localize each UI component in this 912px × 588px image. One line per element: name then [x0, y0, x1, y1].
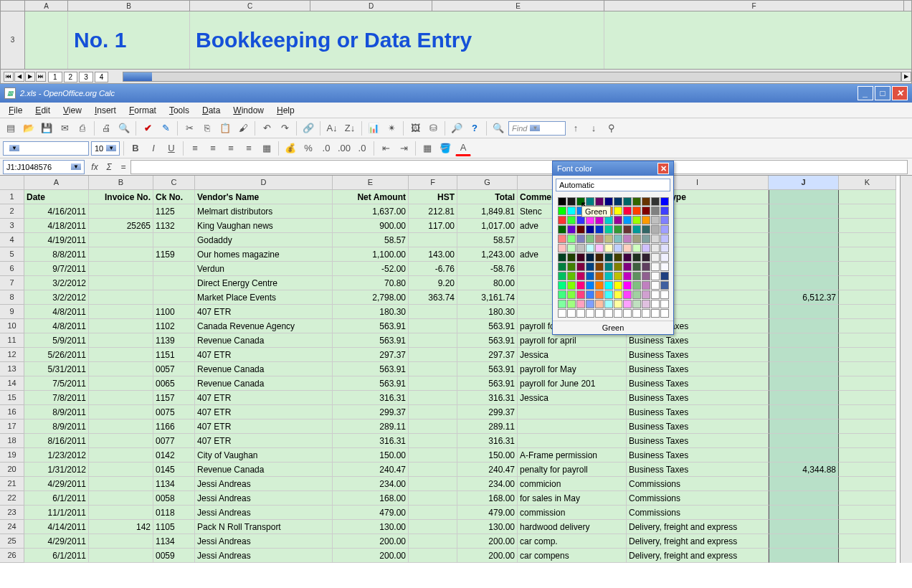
cell[interactable]: 1/31/2012: [24, 463, 89, 477]
cell[interactable]: [518, 405, 627, 419]
cell[interactable]: [769, 276, 839, 290]
color-swatch[interactable]: [576, 197, 585, 206]
color-swatch[interactable]: [660, 262, 669, 271]
color-swatch[interactable]: [595, 197, 604, 206]
color-swatch[interactable]: [651, 281, 660, 290]
menu-view[interactable]: View: [57, 104, 87, 117]
cell[interactable]: [839, 348, 896, 362]
cell[interactable]: [769, 262, 839, 276]
color-swatch[interactable]: [558, 207, 566, 215]
cell[interactable]: Business Taxes: [627, 333, 769, 348]
cell[interactable]: 5/31/2011: [24, 362, 89, 376]
cell[interactable]: 297.37: [457, 348, 518, 362]
cell[interactable]: 4/14/2011: [24, 520, 89, 534]
color-swatch[interactable]: [614, 300, 622, 308]
cell[interactable]: [89, 319, 153, 333]
cell[interactable]: [409, 348, 457, 362]
cell[interactable]: 1,100.00: [333, 247, 409, 262]
color-swatch[interactable]: [595, 207, 604, 215]
cell[interactable]: 4/29/2011: [24, 534, 89, 549]
cell[interactable]: 180.30: [333, 305, 409, 319]
color-swatch[interactable]: [614, 272, 622, 280]
menu-edit[interactable]: Edit: [29, 104, 56, 117]
cell[interactable]: 0118: [153, 506, 195, 520]
color-swatch[interactable]: [660, 197, 669, 206]
cell[interactable]: for sales in May: [518, 491, 627, 506]
color-swatch[interactable]: [642, 225, 650, 234]
bold-icon[interactable]: B: [128, 141, 143, 156]
color-swatch[interactable]: [632, 244, 641, 252]
cell[interactable]: [89, 305, 153, 319]
color-swatch[interactable]: [623, 216, 632, 224]
color-swatch[interactable]: [660, 290, 669, 299]
find-next-icon[interactable]: ↓: [586, 120, 602, 136]
header-cell[interactable]: Date: [24, 190, 89, 204]
preview-icon[interactable]: 🔍: [116, 120, 132, 136]
cell[interactable]: [89, 247, 153, 262]
cell[interactable]: [89, 290, 153, 305]
cell[interactable]: [839, 405, 896, 419]
cell[interactable]: 316.31: [457, 434, 518, 448]
cell[interactable]: 1125: [153, 204, 195, 219]
cell[interactable]: 563.91: [333, 376, 409, 391]
color-swatch[interactable]: [614, 281, 622, 290]
color-swatch[interactable]: [660, 225, 669, 234]
cell[interactable]: 407 ETR: [195, 419, 333, 434]
color-swatch[interactable]: [558, 262, 566, 271]
color-swatch[interactable]: [660, 216, 669, 224]
find-combo[interactable]: Find▼: [508, 121, 566, 136]
cell[interactable]: 407 ETR: [195, 348, 333, 362]
cell[interactable]: Revenue Canada: [195, 362, 333, 376]
cell[interactable]: [839, 534, 896, 549]
currency-icon[interactable]: 💰: [282, 141, 298, 156]
cell[interactable]: [769, 219, 839, 233]
header-cell[interactable]: HST: [409, 190, 457, 204]
color-swatch[interactable]: [632, 262, 641, 271]
color-swatch[interactable]: [586, 309, 594, 318]
col-header-d[interactable]: D: [195, 176, 333, 190]
color-swatch[interactable]: [586, 197, 594, 206]
color-swatch[interactable]: [623, 262, 632, 271]
cell[interactable]: 168.00: [333, 491, 409, 506]
top-cell-f3[interactable]: [604, 11, 904, 69]
color-swatch[interactable]: [576, 262, 585, 271]
percent-icon[interactable]: %: [300, 141, 316, 156]
color-swatch[interactable]: [586, 225, 594, 234]
cell[interactable]: 407 ETR: [195, 405, 333, 419]
cell[interactable]: 200.00: [457, 534, 518, 549]
italic-icon[interactable]: I: [146, 141, 161, 156]
color-swatch[interactable]: [567, 262, 576, 271]
row-header-8[interactable]: 8: [0, 290, 24, 305]
cell[interactable]: 240.47: [333, 463, 409, 477]
cell[interactable]: [839, 333, 896, 348]
color-swatch[interactable]: [604, 234, 613, 243]
cell[interactable]: 3/2/2012: [24, 276, 89, 290]
color-swatch[interactable]: [558, 216, 566, 224]
fontcolor-icon[interactable]: A: [455, 141, 471, 156]
color-swatch[interactable]: [642, 262, 650, 271]
color-swatch[interactable]: [614, 244, 622, 252]
color-swatch[interactable]: [567, 234, 576, 243]
cell[interactable]: [409, 491, 457, 506]
cell[interactable]: [769, 477, 839, 491]
underline-icon[interactable]: U: [163, 141, 179, 156]
color-swatch[interactable]: [576, 234, 585, 243]
fontsize-combo[interactable]: 10▼: [91, 141, 120, 156]
cell[interactable]: 563.91: [457, 362, 518, 376]
color-swatch[interactable]: [632, 300, 641, 308]
cell[interactable]: 0059: [153, 549, 195, 563]
cell[interactable]: Jessica: [518, 348, 627, 362]
color-swatch[interactable]: [642, 281, 650, 290]
cell[interactable]: car compens: [518, 549, 627, 563]
cell[interactable]: [153, 290, 195, 305]
row-header-22[interactable]: 22: [0, 491, 24, 506]
color-swatch[interactable]: [586, 272, 594, 280]
color-swatch[interactable]: [567, 309, 576, 318]
cell[interactable]: 3/2/2012: [24, 290, 89, 305]
cell[interactable]: 1,849.81: [457, 204, 518, 219]
cell[interactable]: Business Taxes: [627, 448, 769, 463]
color-swatch[interactable]: [567, 290, 576, 299]
cell[interactable]: 479.00: [457, 506, 518, 520]
del-decimal-icon[interactable]: .0: [354, 141, 370, 156]
cell[interactable]: [769, 506, 839, 520]
